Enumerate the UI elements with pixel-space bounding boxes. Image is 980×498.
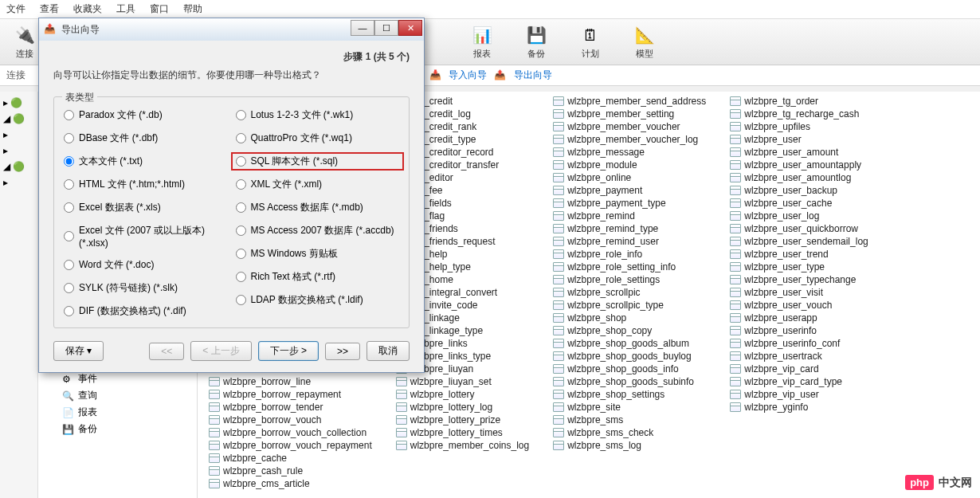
- format-radio[interactable]: Lotus 1-2-3 文件 (*.wk1): [236, 108, 400, 122]
- radio-input[interactable]: [236, 202, 246, 213]
- table-item[interactable]: wlzbpre_shop_copy: [550, 324, 709, 337]
- menu-help[interactable]: 帮助: [183, 2, 202, 16]
- table-item[interactable]: wlzbpre_userinfo: [727, 324, 871, 337]
- table-item[interactable]: wlzbpre_user: [727, 133, 871, 146]
- table-item[interactable]: wlzbpre_borrow_line: [206, 375, 375, 388]
- table-item[interactable]: wlzbpre_sms_log: [550, 439, 709, 452]
- table-item[interactable]: wlzbpre_user_vouch: [727, 299, 871, 312]
- radio-input[interactable]: [236, 272, 246, 282]
- table-item[interactable]: wlzbpre_cms_article: [206, 477, 375, 490]
- table-item[interactable]: wlzbpre_user_cache: [727, 197, 871, 210]
- table-item[interactable]: wlzbpre_user_backup: [727, 184, 871, 197]
- close-button[interactable]: ✕: [398, 20, 422, 36]
- radio-input[interactable]: [236, 156, 246, 167]
- table-item[interactable]: wlzbpre_member_voucher_log: [550, 133, 709, 146]
- table-item[interactable]: wlzbpre_shop_goods_album: [550, 337, 709, 350]
- conn-node[interactable]: ◢ 🟢: [2, 111, 36, 127]
- table-item[interactable]: wlzbpre_member_coins_log: [393, 439, 532, 452]
- radio-input[interactable]: [236, 133, 246, 143]
- tool-model[interactable]: 📐 模型: [628, 24, 661, 60]
- table-item[interactable]: wlzbpre_shop_goods_info: [550, 363, 709, 375]
- menu-window[interactable]: 窗口: [150, 2, 169, 16]
- table-item[interactable]: wlzbpre_role_setting_info: [550, 261, 709, 273]
- table-item[interactable]: wlzbpre_scrollpic_type: [550, 299, 709, 312]
- next-button[interactable]: 下一步 >: [258, 341, 319, 361]
- menu-file[interactable]: 文件: [6, 2, 25, 16]
- table-item[interactable]: wlzbpre_lottery: [393, 388, 532, 401]
- table-item[interactable]: wlzbpre_role_info: [550, 248, 709, 261]
- table-item[interactable]: wlzbpre_cache: [206, 452, 375, 465]
- table-item[interactable]: wlzbpre_shop_goods_subinfo: [550, 375, 709, 388]
- table-item[interactable]: wlzbpre_lottery_prize: [393, 414, 532, 426]
- table-item[interactable]: wlzbpre_upfiles: [727, 120, 871, 133]
- format-radio[interactable]: SQL 脚本文件 (*.sql): [231, 152, 405, 171]
- table-item[interactable]: wlzbpre_sms: [550, 414, 709, 426]
- export-wizard-link-text[interactable]: 导出向导: [514, 69, 552, 80]
- tree-events[interactable]: ⚙ 事件: [38, 371, 197, 387]
- table-item[interactable]: wlzbpre_user_trend: [727, 248, 871, 261]
- dialog-titlebar[interactable]: 📤 导出向导 — ☐ ✕: [39, 18, 424, 41]
- table-item[interactable]: wlzbpre_borrow_repayment: [206, 388, 375, 401]
- format-radio[interactable]: QuattroPro 文件 (*.wq1): [236, 131, 400, 145]
- table-item[interactable]: wlzbpre_cash_rule: [206, 465, 375, 477]
- table-item[interactable]: wlzbpre_shop: [550, 312, 709, 324]
- table-item[interactable]: wlzbpre_member_send_address: [550, 95, 709, 108]
- format-radio[interactable]: LDAP 数据交换格式 (*.ldif): [236, 293, 400, 307]
- table-item[interactable]: wlzbpre_module: [550, 159, 709, 171]
- import-wizard-link-text[interactable]: 导入向导: [449, 69, 487, 80]
- table-item[interactable]: wlzbpre_user_typechange: [727, 273, 871, 286]
- table-item[interactable]: wlzbpre_vip_card_type: [727, 375, 871, 388]
- radio-input[interactable]: [64, 283, 74, 293]
- conn-node[interactable]: ▸: [2, 143, 36, 159]
- table-item[interactable]: wlzbpre_user_amountapply: [727, 159, 871, 171]
- last-button[interactable]: >>: [325, 343, 360, 360]
- radio-input[interactable]: [236, 295, 246, 305]
- tool-report[interactable]: 📊 报表: [465, 24, 499, 60]
- table-item[interactable]: wlzbpre_usertrack: [727, 350, 871, 363]
- format-radio[interactable]: XML 文件 (*.xml): [236, 178, 400, 191]
- minimize-button[interactable]: —: [351, 20, 374, 36]
- radio-input[interactable]: [236, 249, 246, 259]
- table-item[interactable]: wlzbpre_borrow_vouch_repayment: [206, 439, 375, 452]
- tool-backup[interactable]: 💾 备份: [519, 24, 553, 60]
- format-radio[interactable]: MS Access 2007 数据库 (*.accdb): [236, 224, 400, 237]
- table-item[interactable]: wlzbpre_role_settings: [550, 273, 709, 286]
- tool-connection[interactable]: 🔌 连接: [8, 24, 41, 60]
- radio-input[interactable]: [64, 260, 74, 270]
- conn-node[interactable]: ▸ 🟢: [2, 95, 36, 111]
- table-item[interactable]: wlzbpre_message: [550, 146, 709, 159]
- table-item[interactable]: wlzbpre_user_amount: [727, 146, 871, 159]
- table-item[interactable]: wlzbpre_user_type: [727, 261, 871, 273]
- conn-node[interactable]: ▸: [2, 127, 36, 143]
- table-item[interactable]: wlzbpre_vip_card: [727, 363, 871, 375]
- table-item[interactable]: wlzbpre_borrow_vouch: [206, 414, 375, 426]
- format-radio[interactable]: Paradox 文件 (*.db): [64, 108, 228, 122]
- table-item[interactable]: wlzbpre_borrow_vouch_collection: [206, 426, 375, 439]
- format-radio[interactable]: Rich Text 格式 (*.rtf): [236, 270, 400, 284]
- menu-view[interactable]: 查看: [40, 2, 59, 16]
- table-item[interactable]: wlzbpre_userinfo_conf: [727, 337, 871, 350]
- table-item[interactable]: wlzbpre_remind: [550, 210, 709, 222]
- tree-queries[interactable]: 🔍 查询: [38, 387, 197, 404]
- radio-input[interactable]: [236, 225, 246, 236]
- menu-favorites[interactable]: 收藏夹: [73, 2, 102, 16]
- format-radio[interactable]: DBase 文件 (*.dbf): [64, 131, 228, 145]
- table-item[interactable]: wlzbpre_borrow_tender: [206, 401, 375, 414]
- format-radio[interactable]: Excel 文件 (2007 或以上版本) (*.xlsx): [64, 224, 228, 249]
- conn-node[interactable]: ▸: [2, 174, 36, 190]
- format-radio[interactable]: Excel 数据表 (*.xls): [64, 201, 228, 214]
- maximize-button[interactable]: ☐: [374, 20, 398, 36]
- radio-input[interactable]: [236, 179, 246, 190]
- radio-input[interactable]: [236, 110, 246, 120]
- table-item[interactable]: wlzbpre_member_setting: [550, 108, 709, 120]
- conn-node[interactable]: ◢ 🟢: [2, 159, 36, 174]
- format-radio[interactable]: DIF (数据交换格式) (*.dif): [64, 304, 228, 318]
- radio-input[interactable]: [64, 179, 74, 190]
- table-item[interactable]: wlzbpre_userapp: [727, 312, 871, 324]
- table-item[interactable]: wlzbpre_liuyan_set: [393, 375, 532, 388]
- radio-input[interactable]: [64, 202, 74, 213]
- table-item[interactable]: wlzbpre_tg_order: [727, 95, 871, 108]
- radio-input[interactable]: [64, 231, 74, 241]
- tree-backups[interactable]: 💾 备份: [38, 421, 197, 437]
- table-item[interactable]: wlzbpre_remind_type: [550, 222, 709, 235]
